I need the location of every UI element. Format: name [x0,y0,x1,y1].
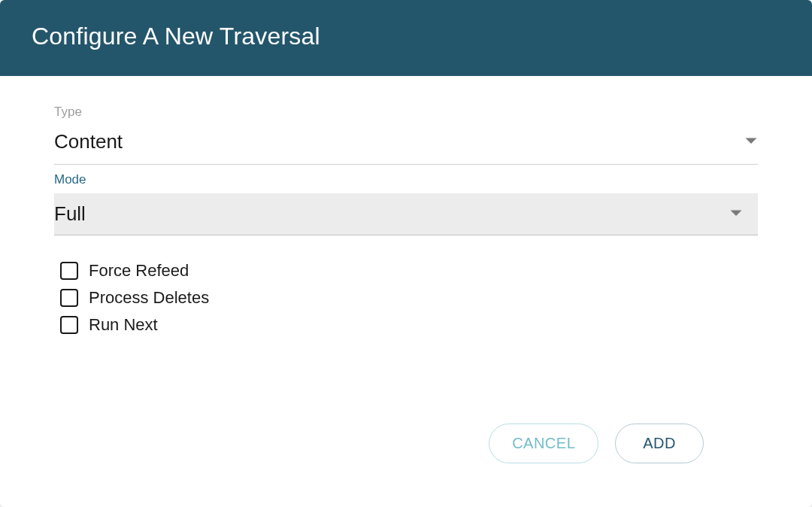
type-select-value: Content [54,130,123,153]
process-deletes-label: Process Deletes [89,288,209,308]
force-refeed-checkbox[interactable]: Force Refeed [60,261,758,281]
add-button[interactable]: ADD [615,424,704,463]
type-select[interactable]: Content [54,126,758,165]
cancel-button[interactable]: CANCEL [489,424,598,463]
run-next-checkbox[interactable]: Run Next [60,315,758,335]
mode-select[interactable]: Full [54,193,758,235]
mode-select-value: Full [54,202,86,226]
checkbox-icon [60,289,78,307]
mode-label: Mode [54,172,758,187]
process-deletes-checkbox[interactable]: Process Deletes [60,288,758,308]
run-next-label: Run Next [89,315,158,335]
checkbox-icon [60,316,78,334]
checkbox-group: Force Refeed Process Deletes Run Next [54,261,758,342]
dialog-header: Configure A New Traversal [0,0,812,76]
dialog-body: Type Content Mode Full Force Refeed [0,76,812,507]
force-refeed-label: Force Refeed [89,261,189,281]
type-label: Type [54,105,758,120]
chevron-down-icon [729,208,743,221]
dialog-footer: CANCEL ADD [54,424,758,507]
configure-traversal-dialog: Configure A New Traversal Type Content M… [0,0,812,507]
checkbox-icon [60,262,78,280]
mode-field-group: Mode Full [54,172,758,235]
dialog-title: Configure A New Traversal [32,23,780,50]
chevron-down-icon [744,135,758,149]
type-field-group: Type Content [54,105,758,165]
